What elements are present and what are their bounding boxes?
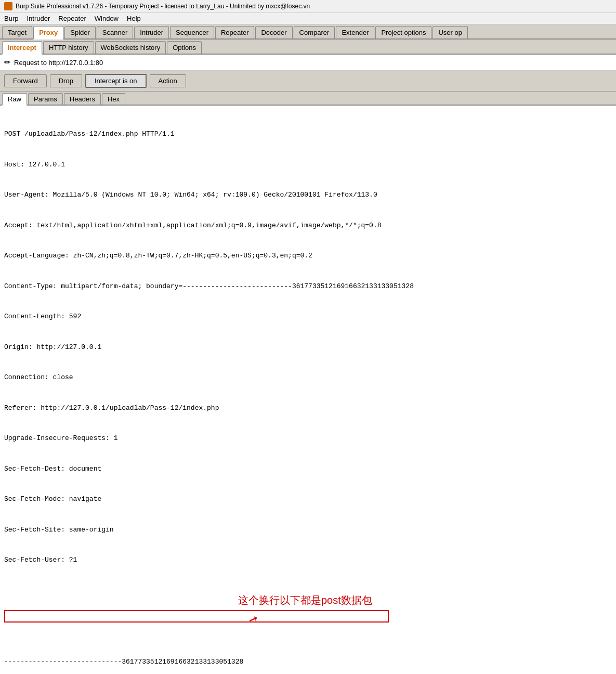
menu-intruder[interactable]: Intruder (27, 15, 50, 22)
request-info-bar: ✏ Request to http://127.0.0.1:80 (0, 55, 616, 71)
request-info-label: Request to http://127.0.0.1:80 (14, 59, 103, 67)
content-tab-params[interactable]: Params (28, 93, 63, 105)
tab-extender[interactable]: Extender (336, 26, 374, 38)
action-bar: Forward Drop Intercept is on Action (0, 71, 616, 92)
annotation-area: 这个换行以下都是post数据包 ↙ (4, 608, 612, 625)
burp-icon (4, 2, 12, 10)
pencil-icon: ✏ (4, 58, 11, 67)
menu-bar: Burp Intruder Repeater Window Help (0, 13, 616, 24)
connection-line: Connection: close (4, 372, 612, 383)
intercept-toggle-button[interactable]: Intercept is on (85, 74, 147, 88)
tab-comparer[interactable]: Comparer (294, 26, 335, 38)
sec-fetch-site-line: Sec-Fetch-Site: same-origin (4, 525, 612, 535)
sec-fetch-mode-line: Sec-Fetch-Mode: navigate (4, 494, 612, 504)
user-agent-line: User-Agent: Mozilla/5.0 (Windows NT 10.0… (4, 190, 612, 200)
tab-intruder[interactable]: Intruder (134, 26, 169, 38)
subtab-intercept[interactable]: Intercept (2, 41, 42, 55)
window-title: Burp Suite Professional v1.7.26 - Tempor… (16, 3, 310, 10)
subtab-http-history[interactable]: HTTP history (43, 41, 94, 54)
content-tab-raw[interactable]: Raw (2, 93, 27, 106)
action-button[interactable]: Action (150, 74, 186, 87)
referer-line: Referer: http://127.0.0.1/uploadlab/Pass… (4, 403, 612, 413)
boundary1-line: -----------------------------36177335121… (4, 657, 612, 667)
content-tab-headers[interactable]: Headers (64, 93, 101, 105)
subtab-options[interactable]: Options (167, 41, 202, 54)
content-tab-hex[interactable]: Hex (102, 93, 125, 105)
tab-target[interactable]: Target (2, 26, 32, 38)
tab-proxy[interactable]: Proxy (33, 26, 63, 40)
sub-tabs: Intercept HTTP history WebSockets histor… (0, 40, 616, 55)
content-type-line: Content-Type: multipart/form-data; bound… (4, 281, 612, 292)
accept-line: Accept: text/html,application/xhtml+xml,… (4, 221, 612, 231)
drop-button[interactable]: Drop (50, 74, 82, 87)
upgrade-line: Upgrade-Insecure-Requests: 1 (4, 433, 612, 444)
sec-fetch-dest-line: Sec-Fetch-Dest: document (4, 464, 612, 474)
tab-sequencer[interactable]: Sequencer (170, 26, 214, 38)
sec-fetch-user-line: Sec-Fetch-User: ?1 (4, 555, 612, 565)
title-bar: Burp Suite Professional v1.7.26 - Tempor… (0, 0, 616, 13)
subtab-websockets-history[interactable]: WebSockets history (95, 41, 166, 54)
tab-scanner[interactable]: Scanner (97, 26, 133, 38)
menu-burp[interactable]: Burp (4, 15, 18, 22)
annotation-text: 这个换行以下都是post数据包 (238, 592, 372, 608)
request-body: POST /uploadlab/Pass-12/index.php HTTP/1… (0, 106, 616, 674)
menu-repeater[interactable]: Repeater (58, 15, 86, 22)
request-line: POST /uploadlab/Pass-12/index.php HTTP/1… (4, 129, 612, 139)
forward-button[interactable]: Forward (4, 74, 47, 87)
host-line: Host: 127.0.0.1 (4, 160, 612, 170)
tab-project-options[interactable]: Project options (375, 26, 431, 38)
annotation-block: 这个换行以下都是post数据包 ↙ (238, 592, 372, 631)
content-length-line: Content-Length: 592 (4, 312, 612, 322)
menu-help[interactable]: Help (127, 15, 141, 22)
origin-line: Origin: http://127.0.0.1 (4, 342, 612, 353)
tab-user-options[interactable]: User op (432, 26, 468, 38)
arrow-container: ↙ (238, 609, 257, 631)
tab-spider[interactable]: Spider (64, 26, 96, 38)
tab-decoder[interactable]: Decoder (255, 26, 292, 38)
accept-language-line: Accept-Language: zh-CN,zh;q=0.8,zh-TW;q=… (4, 251, 612, 261)
tab-repeater[interactable]: Repeater (215, 26, 254, 38)
menu-window[interactable]: Window (95, 15, 119, 22)
content-tabs: Raw Params Headers Hex (0, 92, 616, 106)
main-tabs: Target Proxy Spider Scanner Intruder Seq… (0, 24, 616, 40)
